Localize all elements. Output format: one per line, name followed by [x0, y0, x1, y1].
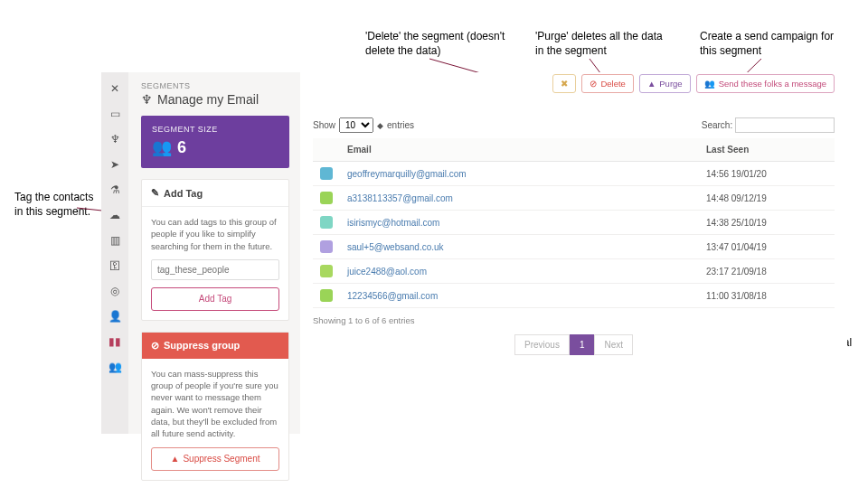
nav-metric[interactable]: ▥: [101, 228, 128, 253]
suppress-desc: You can mass-suppress this group of peop…: [151, 368, 279, 440]
add-tag-card: ✎ Add Tag You can add tags to this group…: [141, 179, 289, 321]
purge-button[interactable]: ▲ Purge: [639, 74, 691, 93]
pager-page-1[interactable]: 1: [570, 334, 595, 355]
people-icon: 👥: [152, 137, 172, 157]
main-area: SEGMENTS ♆ Manage my Email SEGMENT SIZE …: [128, 72, 847, 434]
people-icon: 👥: [704, 79, 715, 89]
add-tag-title: Add Tag: [164, 188, 203, 199]
send-button[interactable]: 👥 Send these folks a message: [696, 74, 835, 93]
table-row[interactable]: geoffreymarquilly@gmail.com14:56 19/01/2…: [313, 162, 835, 186]
delete-button[interactable]: ⊘ Delete: [581, 74, 633, 93]
annotation-purge: 'Purge' deletes all the data in the segm…: [535, 29, 671, 58]
target-icon: ◎: [110, 285, 119, 297]
segment-size-value: 👥 6: [152, 137, 278, 157]
pencil-icon: ✎: [151, 187, 159, 199]
warning-icon: ▲: [647, 79, 656, 89]
cell-email[interactable]: geoffreymarquilly@gmail.com: [340, 162, 699, 186]
pager: Previous 1 Next: [313, 334, 835, 355]
segment-icon: ♆: [141, 92, 153, 107]
avatar-icon: [320, 167, 333, 180]
nav-send[interactable]: ➤: [101, 152, 128, 177]
cell-email[interactable]: isirismyc@hotmail.com: [340, 211, 699, 235]
suppress-header: ⊘ Suppress group: [142, 333, 288, 359]
cloud-icon: ☁: [109, 209, 120, 221]
nav-users[interactable]: 👥: [101, 354, 128, 380]
action-row: ✖ ⊘ Delete ▲ Purge 👥 Send these folks a …: [552, 74, 835, 93]
segment-size-number: 6: [177, 138, 186, 157]
content-area: ✖ ⊘ Delete ▲ Purge 👥 Send these folks a …: [300, 72, 847, 434]
annotation-send: Create a send campaign for this segment: [700, 29, 854, 58]
metric-icon: ▥: [110, 234, 120, 247]
delete-label: Delete: [600, 79, 625, 89]
nav-target[interactable]: ◎: [101, 278, 128, 304]
table-controls: Show 10 ◆ entries Search:: [313, 117, 835, 133]
nav-cloud[interactable]: ☁: [101, 202, 128, 228]
avatar-icon: [320, 240, 333, 253]
annotation-delete: 'Delete' the segment (doesn't delete the…: [365, 29, 519, 58]
nav-segments[interactable]: ♆: [101, 127, 128, 152]
left-column: SEGMENTS ♆ Manage my Email SEGMENT SIZE …: [128, 72, 300, 434]
pager-prev[interactable]: Previous: [514, 334, 570, 355]
nav-flask[interactable]: ⚗: [101, 177, 128, 202]
col-last-seen[interactable]: Last Seen: [699, 138, 835, 162]
users-icon: 👥: [108, 361, 122, 373]
segment-size-card: SEGMENT SIZE 👥 6: [141, 116, 289, 168]
nav-reports[interactable]: ▮▮: [101, 329, 128, 354]
nav-key[interactable]: ⚿: [101, 253, 128, 278]
avatar-icon: [320, 216, 333, 229]
cell-email[interactable]: juice2488@aol.com: [340, 259, 699, 284]
cell-last-seen: 13:47 01/04/19: [699, 235, 835, 259]
add-tag-button[interactable]: Add Tag: [151, 287, 279, 311]
nav-archive[interactable]: ▭: [101, 101, 128, 127]
cell-last-seen: 11:00 31/08/18: [699, 284, 835, 308]
butterfly-icon: ✕: [110, 82, 119, 95]
col-email[interactable]: Email: [340, 138, 699, 162]
show-label: Show: [313, 120, 335, 130]
breadcrumb: SEGMENTS: [141, 81, 289, 90]
settings-button[interactable]: ✖: [552, 74, 576, 93]
cell-last-seen: 14:38 25/10/19: [699, 211, 835, 235]
ban-icon: ⊘: [151, 340, 159, 352]
table-row[interactable]: 12234566@gmail.com11:00 31/08/18: [313, 284, 835, 308]
add-tag-header: ✎ Add Tag: [142, 180, 288, 207]
cell-email[interactable]: 12234566@gmail.com: [340, 284, 699, 308]
cell-last-seen: 23:17 21/09/18: [699, 259, 835, 284]
archive-icon: ▭: [110, 108, 120, 120]
add-tag-desc: You can add tags to this group of people…: [151, 216, 279, 252]
search-label: Search:: [702, 120, 732, 130]
table-row[interactable]: juice2488@aol.com23:17 21/09/18: [313, 259, 835, 284]
page-size-select[interactable]: 10: [339, 117, 373, 133]
avatar-icon: [320, 192, 333, 204]
warning-icon: ▲: [171, 453, 180, 465]
table-row[interactable]: saul+5@websand.co.uk13:47 01/04/19: [313, 235, 835, 259]
user-add-icon: 👤: [108, 310, 122, 323]
nav-rail: ✕ ▭ ♆ ➤ ⚗ ☁ ▥ ⚿ ◎ 👤 ▮▮ 👥: [101, 72, 128, 434]
pager-next[interactable]: Next: [594, 334, 633, 355]
table-row[interactable]: isirismyc@hotmail.com14:38 25/10/19: [313, 211, 835, 235]
table-row[interactable]: a3138113357@gmail.com14:48 09/12/19: [313, 186, 835, 211]
table-info: Showing 1 to 6 of 6 entries: [313, 315, 835, 325]
send-label: Send these folks a message: [719, 79, 826, 89]
tag-input[interactable]: [151, 259, 279, 280]
nav-logo[interactable]: ✕: [101, 76, 128, 101]
key-icon: ⚿: [109, 259, 120, 272]
suppress-button-label: Suppress Segment: [183, 453, 259, 465]
segment-icon: ♆: [110, 133, 120, 145]
purge-label: Purge: [659, 79, 682, 89]
cell-last-seen: 14:56 19/01/20: [699, 162, 835, 186]
tools-icon: ✖: [561, 79, 568, 89]
avatar-icon: [320, 289, 333, 302]
segment-size-label: SEGMENT SIZE: [152, 125, 278, 134]
suppress-button[interactable]: ▲ Suppress Segment: [151, 447, 279, 471]
search-input[interactable]: [735, 117, 835, 133]
cell-email[interactable]: saul+5@websand.co.uk: [340, 235, 699, 259]
entries-label: entries: [387, 120, 414, 130]
page-title-text: Manage my Email: [157, 92, 259, 107]
contacts-table: Email Last Seen geoffreymarquilly@gmail.…: [313, 138, 835, 308]
app-shell: ✕ ▭ ♆ ➤ ⚗ ☁ ▥ ⚿ ◎ 👤 ▮▮ 👥 SEGMENTS ♆ Mana…: [101, 72, 847, 434]
cell-email[interactable]: a3138113357@gmail.com: [340, 186, 699, 211]
nav-user-add[interactable]: 👤: [101, 304, 128, 329]
ban-icon: ⊘: [590, 79, 597, 89]
suppress-card: ⊘ Suppress group You can mass-suppress t…: [141, 332, 289, 481]
bar-chart-icon: ▮▮: [108, 335, 121, 348]
